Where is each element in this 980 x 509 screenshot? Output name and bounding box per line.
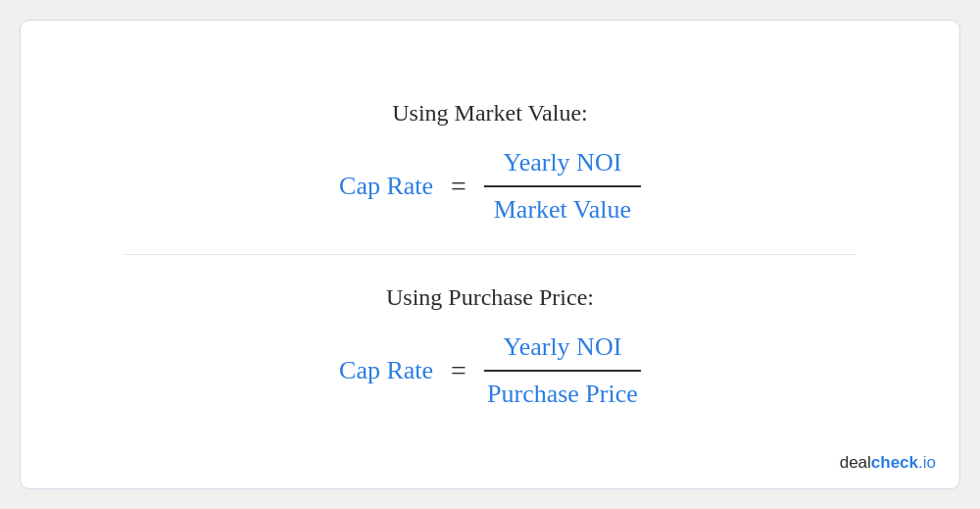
brand-check: check: [871, 453, 918, 472]
section-divider: [124, 254, 856, 255]
market-value-formula: Cap Rate = Yearly NOI Market Value: [339, 148, 641, 225]
fraction-1: Yearly NOI Market Value: [484, 148, 641, 225]
yearly-noi-1: Yearly NOI: [503, 148, 621, 181]
cap-rate-label-2: Cap Rate: [339, 356, 433, 385]
fraction-line-1: [484, 185, 641, 187]
fraction-2: Yearly NOI Purchase Price: [484, 332, 641, 409]
main-card: Using Market Value: Cap Rate = Yearly NO…: [20, 20, 960, 489]
market-value-section: Using Market Value: Cap Rate = Yearly NO…: [60, 100, 920, 225]
equals-sign-1: =: [451, 171, 466, 202]
equals-sign-2: =: [451, 355, 466, 386]
fraction-line-2: [484, 370, 641, 372]
purchase-price-denom: Purchase Price: [487, 376, 638, 409]
market-value-denom: Market Value: [494, 191, 631, 225]
purchase-price-title: Using Purchase Price:: [386, 284, 594, 311]
branding: dealcheck.io: [840, 453, 936, 473]
market-value-title: Using Market Value:: [392, 100, 588, 127]
purchase-price-formula: Cap Rate = Yearly NOI Purchase Price: [339, 332, 641, 409]
brand-io: .io: [918, 453, 936, 472]
purchase-price-section: Using Purchase Price: Cap Rate = Yearly …: [60, 284, 920, 409]
yearly-noi-2: Yearly NOI: [503, 332, 621, 366]
cap-rate-label-1: Cap Rate: [339, 172, 433, 201]
brand-deal: deal: [840, 453, 871, 472]
